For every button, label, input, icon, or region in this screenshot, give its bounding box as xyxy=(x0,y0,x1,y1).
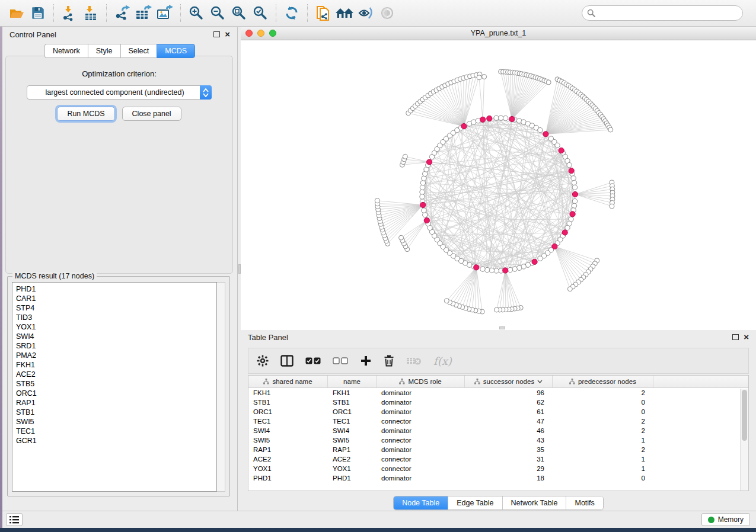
mcds-hub-node[interactable] xyxy=(552,243,557,249)
delete-column-icon[interactable] xyxy=(384,355,394,367)
deselect-all-icon[interactable] xyxy=(333,357,348,364)
mcds-hub-node[interactable] xyxy=(572,191,578,197)
mcds-hub-node[interactable] xyxy=(532,259,537,264)
network-node[interactable] xyxy=(572,185,577,190)
network-node[interactable] xyxy=(503,116,508,120)
network-node[interactable] xyxy=(484,267,489,272)
delete-table-icon[interactable] xyxy=(406,356,422,366)
tab-node-table[interactable]: Node Table xyxy=(394,496,448,509)
zoom-selected-icon[interactable] xyxy=(250,3,271,23)
tab-style[interactable]: Style xyxy=(88,44,120,58)
mcds-hub-node[interactable] xyxy=(420,202,426,207)
table-row[interactable]: RAP1RAP1dominator352 xyxy=(248,445,748,454)
leaf-node[interactable] xyxy=(482,74,487,79)
tab-mcds[interactable]: MCDS xyxy=(157,44,195,58)
mcds-result-item[interactable]: STB5 xyxy=(16,379,216,389)
tab-network[interactable]: Network xyxy=(44,44,88,58)
network-node[interactable] xyxy=(571,176,576,181)
run-mcds-button[interactable]: Run MCDS xyxy=(57,107,114,121)
column-header-MCDS-role[interactable]: MCDS role xyxy=(377,376,465,387)
mcds-hub-node[interactable] xyxy=(562,230,567,235)
network-node[interactable] xyxy=(422,176,426,181)
task-history-button[interactable] xyxy=(6,513,23,526)
table-row[interactable]: ACE2ACE2connector311 xyxy=(248,454,748,464)
mcds-result-item[interactable]: YOX1 xyxy=(16,322,216,332)
table-row[interactable]: PHD1PHD1dominator180 xyxy=(248,473,748,483)
mcds-result-item[interactable]: PMA2 xyxy=(16,351,216,360)
leaf-node[interactable] xyxy=(403,154,407,159)
mcds-result-list[interactable]: PHD1CAR1STP4TID3YOX1SWI4SRD1PMA2FKH1ACE2… xyxy=(12,282,217,492)
network-node[interactable] xyxy=(494,268,499,273)
mcds-result-item[interactable]: SWI5 xyxy=(16,417,216,427)
network-node[interactable] xyxy=(572,180,576,185)
leaf-node[interactable] xyxy=(608,127,613,132)
mcds-hub-node[interactable] xyxy=(543,132,548,137)
network-node[interactable] xyxy=(565,225,570,230)
optimization-criterion-select[interactable]: largest connected component (undirected) xyxy=(27,85,212,100)
function-builder-icon[interactable]: f(x) xyxy=(433,355,452,367)
mcds-hub-node[interactable] xyxy=(474,265,479,270)
table-scrollbar[interactable] xyxy=(740,389,748,491)
network-node[interactable] xyxy=(480,267,485,271)
leaf-node[interactable] xyxy=(546,80,551,85)
tab-edge-table[interactable]: Edge Table xyxy=(448,496,502,509)
zoom-fit-icon[interactable] xyxy=(228,3,250,23)
float-table-panel-icon[interactable] xyxy=(732,334,739,340)
close-table-panel-icon[interactable]: × xyxy=(744,334,749,340)
mcds-result-item[interactable]: RAP1 xyxy=(16,398,216,408)
network-window-titlebar[interactable]: YPA_prune.txt_1 xyxy=(241,27,756,40)
table-row[interactable]: ORC1ORC1dominator610 xyxy=(248,407,748,416)
close-panel-icon[interactable]: × xyxy=(225,31,230,37)
network-node[interactable] xyxy=(572,198,577,203)
import-table-icon[interactable] xyxy=(80,3,101,23)
network-node[interactable] xyxy=(420,190,425,194)
tab-network-table[interactable]: Network Table xyxy=(503,496,567,509)
mcds-hub-node[interactable] xyxy=(570,211,575,217)
network-node[interactable] xyxy=(567,162,572,167)
network-node[interactable] xyxy=(499,116,503,120)
network-node[interactable] xyxy=(420,194,425,199)
leaf-node[interactable] xyxy=(567,287,572,291)
mcds-result-item[interactable]: FKH1 xyxy=(16,360,216,370)
tab-motifs[interactable]: Motifs xyxy=(566,496,602,509)
tab-select[interactable]: Select xyxy=(120,44,157,58)
network-node[interactable] xyxy=(572,203,576,208)
mcds-hub-node[interactable] xyxy=(461,123,467,129)
hide-details-icon[interactable] xyxy=(355,3,377,23)
mcds-result-item[interactable]: PHD1 xyxy=(16,284,216,294)
mcds-result-item[interactable]: STP4 xyxy=(16,303,216,313)
table-row[interactable]: FKH1FKH1dominator962 xyxy=(248,388,748,398)
mcds-result-item[interactable]: STB1 xyxy=(16,408,216,417)
mcds-result-item[interactable]: TID3 xyxy=(16,313,216,322)
network-node[interactable] xyxy=(555,143,560,148)
export-network-icon[interactable] xyxy=(111,3,133,23)
show-column-panel-icon[interactable] xyxy=(280,355,294,367)
mcds-hub-node[interactable] xyxy=(559,148,564,153)
table-row[interactable]: YOX1YOX1connector291 xyxy=(248,464,748,473)
leaf-node[interactable] xyxy=(444,299,449,303)
mcds-result-item[interactable]: ACE2 xyxy=(16,370,216,379)
table-row[interactable]: SWI4SWI4dominator462 xyxy=(248,426,748,435)
show-details-icon[interactable] xyxy=(377,3,398,23)
mcds-result-item[interactable]: ORC1 xyxy=(16,389,216,398)
leaf-node[interactable] xyxy=(610,204,614,209)
search-field[interactable] xyxy=(582,5,743,21)
mcds-hub-node[interactable] xyxy=(503,268,508,273)
column-header-predecessor-nodes[interactable]: predecessor nodes xyxy=(553,376,653,387)
mcds-result-item[interactable]: SRD1 xyxy=(16,341,216,351)
float-panel-icon[interactable] xyxy=(213,31,220,37)
mcds-hub-node[interactable] xyxy=(426,159,432,165)
network-from-file-icon[interactable] xyxy=(312,3,334,23)
search-input[interactable] xyxy=(598,9,738,17)
leaf-node[interactable] xyxy=(399,235,404,240)
network-node[interactable] xyxy=(508,267,512,272)
table-row[interactable]: STB1STB1dominator620 xyxy=(248,398,748,407)
network-node[interactable] xyxy=(494,116,499,120)
close-panel-button[interactable]: Close panel xyxy=(122,107,181,121)
import-network-icon[interactable] xyxy=(59,3,80,23)
export-image-icon[interactable] xyxy=(154,3,176,23)
export-table-icon[interactable] xyxy=(133,3,154,23)
mcds-hub-node[interactable] xyxy=(487,116,492,121)
open-file-icon[interactable] xyxy=(6,3,27,23)
zoom-in-icon[interactable] xyxy=(186,3,207,23)
